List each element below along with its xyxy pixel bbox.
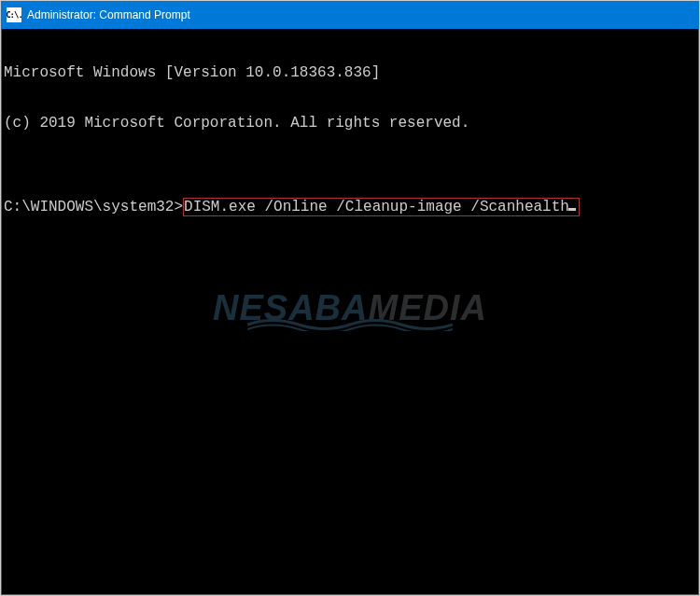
terminal-output-line: (c) 2019 Microsoft Corporation. All righ… (2, 115, 698, 132)
wave-icon (213, 311, 487, 324)
cursor-icon (568, 208, 576, 211)
window-title: Administrator: Command Prompt (27, 8, 699, 21)
terminal-output-line: Microsoft Windows [Version 10.0.18363.83… (2, 64, 698, 81)
watermark-text-2: MEDIA (369, 288, 487, 327)
watermark: NESABAMEDIA (213, 299, 487, 324)
terminal-area[interactable]: Microsoft Windows [Version 10.0.18363.83… (1, 29, 699, 595)
prompt-path: C:\WINDOWS\system32> (4, 199, 183, 215)
titlebar[interactable]: C:\. Administrator: Command Prompt (1, 1, 699, 29)
typed-command: DISM.exe /Online /Cleanup-image /Scanhea… (183, 198, 580, 216)
terminal-prompt-line: C:\WINDOWS\system32>DISM.exe /Online /Cl… (2, 199, 698, 215)
watermark-text-1: NESABA (213, 288, 368, 327)
cmd-icon: C:\. (7, 7, 21, 22)
